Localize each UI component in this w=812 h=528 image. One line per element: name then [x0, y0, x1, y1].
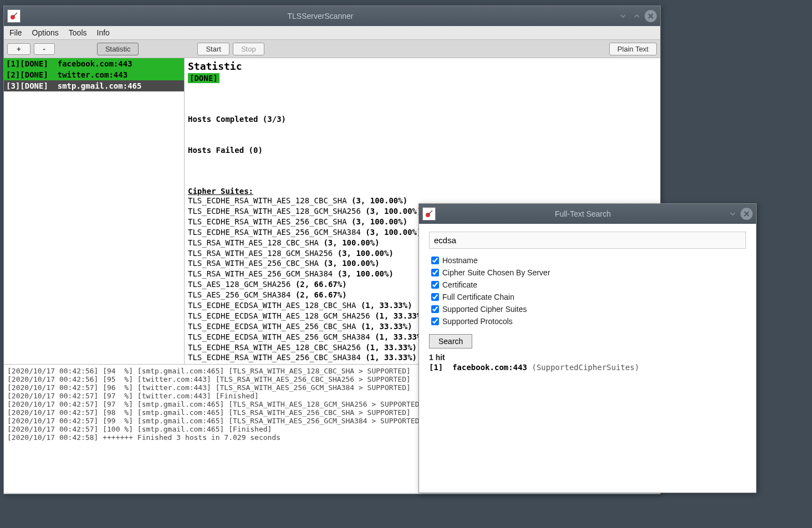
hit-host: facebook.com:443: [452, 363, 527, 372]
hit-note: (SupportedCipherSuites): [532, 363, 639, 372]
host-row[interactable]: [3][DONE] smtp.gmail.com:465: [4, 80, 184, 91]
search-option-label: Supported Cipher Suites: [442, 305, 527, 314]
statistic-badge: [DONE]: [188, 73, 219, 83]
cipher-suites-header: Cipher Suites:: [188, 187, 657, 196]
host-row[interactable]: [1][DONE] facebook.com:443: [4, 58, 184, 69]
search-option-label: Full Certificate Chain: [442, 293, 514, 301]
host-list: [1][DONE] facebook.com:443[2][DONE] twit…: [4, 58, 185, 364]
hits-count: 1 hit: [429, 353, 746, 362]
search-option-checkbox[interactable]: [431, 317, 439, 325]
search-option-label: Hostname: [442, 256, 478, 265]
search-option-checkbox[interactable]: [431, 257, 439, 264]
menu-tools[interactable]: Tools: [69, 28, 87, 37]
search-titlebar[interactable]: Full-Text Search: [419, 204, 756, 224]
menu-file[interactable]: File: [9, 28, 22, 37]
search-option-label: Certificate: [442, 280, 477, 289]
search-option[interactable]: Full Certificate Chain: [429, 291, 746, 303]
search-option-label: Supported Protocols: [442, 317, 513, 326]
search-button[interactable]: Search: [429, 334, 472, 348]
search-option-label: Cipher Suite Chosen By Server: [442, 268, 550, 277]
search-option[interactable]: Supported Cipher Suites: [429, 303, 746, 315]
search-close-icon[interactable]: [740, 208, 753, 220]
search-option-checkbox[interactable]: [431, 305, 439, 313]
hosts-failed: Hosts Failed (0): [188, 145, 657, 156]
search-option[interactable]: Certificate: [429, 279, 746, 291]
app-icon: [7, 9, 21, 23]
search-window-title: Full-Text Search: [439, 209, 727, 218]
plaintext-button[interactable]: Plain Text: [609, 43, 657, 55]
search-input[interactable]: [429, 232, 746, 249]
search-option-checkbox[interactable]: [431, 293, 439, 301]
start-button[interactable]: Start: [197, 43, 229, 55]
menu-options[interactable]: Options: [32, 28, 59, 37]
add-host-button[interactable]: +: [7, 43, 30, 55]
search-hit[interactable]: [1] facebook.com:443 (SupportedCipherSui…: [429, 362, 746, 373]
menu-info[interactable]: Info: [97, 28, 110, 37]
search-option[interactable]: Hostname: [429, 254, 746, 266]
search-window: Full-Text Search HostnameCipher Suite Ch…: [418, 203, 757, 493]
statistic-button[interactable]: Statistic: [97, 43, 139, 55]
search-options: HostnameCipher Suite Chosen By ServerCer…: [429, 254, 746, 327]
hosts-completed: Hosts Completed (3/3): [188, 114, 657, 125]
titlebar[interactable]: TLSServerScanner: [4, 6, 660, 26]
window-title: TLSServerScanner: [24, 12, 617, 20]
search-option-checkbox[interactable]: [431, 269, 439, 276]
search-option-checkbox[interactable]: [431, 281, 439, 289]
search-option[interactable]: Cipher Suite Chosen By Server: [429, 266, 746, 279]
statistic-title: Statistic: [188, 60, 657, 72]
stop-button[interactable]: Stop: [233, 43, 264, 55]
search-app-icon: [422, 207, 436, 221]
menubar: File Options Tools Info: [4, 26, 660, 39]
hit-index: [1]: [429, 363, 443, 372]
minimize-icon[interactable]: [617, 10, 629, 22]
search-minimize-icon[interactable]: [727, 208, 739, 220]
maximize-icon[interactable]: [631, 10, 643, 22]
remove-host-button[interactable]: -: [34, 43, 55, 55]
search-option[interactable]: Supported Protocols: [429, 315, 746, 327]
host-row[interactable]: [2][DONE] twitter.com:443: [4, 69, 184, 80]
close-icon[interactable]: [645, 10, 657, 22]
toolbar: + - Statistic Start Stop Plain Text: [4, 39, 660, 58]
